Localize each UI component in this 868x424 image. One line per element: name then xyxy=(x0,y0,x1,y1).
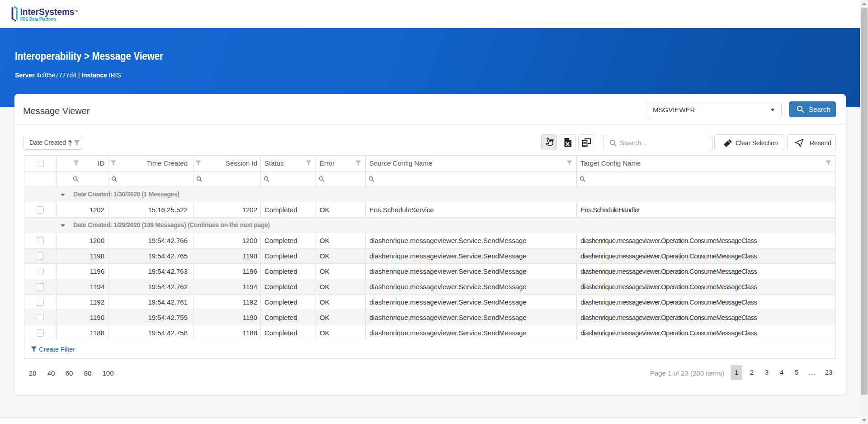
svg-text:InterSystems: InterSystems xyxy=(20,6,75,17)
svg-text:TM: TM xyxy=(75,10,78,12)
svg-text:IRIS Data Platform: IRIS Data Platform xyxy=(20,16,56,22)
